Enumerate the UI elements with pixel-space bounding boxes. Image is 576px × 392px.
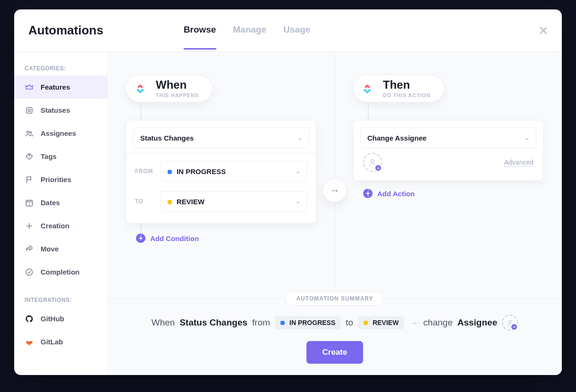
summary-assignee-word: Assignee [457,317,497,328]
trigger-select[interactable]: Status Changes ⌄ [133,127,309,148]
svg-point-9 [509,320,511,323]
sidebar-item-label: GitLab [41,338,63,346]
from-row: FROM IN PROGRESS ⌄ [133,156,309,186]
sidebar-item-tags[interactable]: Tags [14,145,107,168]
when-header-pill: When THIS HAPPENS [127,75,212,102]
gitlab-icon [25,337,34,347]
svg-point-8 [371,159,374,162]
arrow-right-icon: → [323,179,346,202]
add-condition-button[interactable]: + Add Condition [136,234,199,243]
flag-icon [25,175,34,184]
then-column: Then DO THIS ACTION Change Assignee ⌄ [335,52,562,298]
from-status-select[interactable]: IN PROGRESS ⌄ [161,161,307,182]
status-dot-icon [168,200,172,204]
svg-text:1: 1 [29,202,31,205]
chevron-down-icon: ⌄ [297,134,302,141]
summary-trigger: Status Changes [179,317,247,328]
clickup-logo-icon [358,80,376,98]
connector-line [368,189,369,200]
square-icon [25,106,34,115]
svg-rect-0 [26,108,32,113]
summary-assignee-placeholder[interactable]: + [502,315,518,331]
trigger-select-value: Status Changes [140,134,194,142]
sidebar-item-label: Priorities [41,175,71,183]
page-title: Automations [28,23,103,38]
add-action-button[interactable]: + Add Action [363,189,415,198]
sidebar-item-assignees[interactable]: Assignees [14,122,107,145]
sidebar-integrations-heading: INTEGRATIONS: [14,293,107,307]
github-icon [25,314,34,324]
tab-usage[interactable]: Usage [283,25,310,50]
when-title: When [156,79,199,91]
action-select-value: Change Assignee [367,134,426,142]
then-title: Then [383,79,431,91]
check-circle-icon [25,267,34,277]
status-dot-icon [280,321,285,325]
create-button[interactable]: Create [306,341,364,364]
sidebar-item-features[interactable]: Features [14,75,107,99]
sidebar-item-dates[interactable]: 1 Dates [14,191,107,214]
automations-modal: Automations Browse Manage Usage ✕ CATEGO… [14,9,562,375]
sidebar-item-completion[interactable]: Completion [14,260,107,284]
summary-from-status: IN PROGRESS [289,319,335,326]
action-select[interactable]: Change Assignee ⌄ [360,127,536,148]
sidebar-item-label: GitHub [41,315,64,323]
when-trigger-card: Status Changes ⌄ FROM IN PROGRESS ⌄ [127,121,316,223]
automation-builder: When THIS HAPPENS Status Changes ⌄ FROM [108,52,562,298]
sidebar-categories-heading: CATEGORIES: [14,61,107,75]
sidebar-item-gitlab[interactable]: GitLab [14,330,107,353]
summary-from-chip: IN PROGRESS [275,316,341,329]
clickup-logo-icon [131,80,149,98]
sidebar-item-move[interactable]: Move [14,237,107,260]
calendar-icon: 1 [25,198,34,208]
tab-manage[interactable]: Manage [233,25,267,50]
summary-heading: AUTOMATION SUMMARY [285,292,384,306]
sidebar-item-label: Tags [41,152,57,160]
sidebar-item-statuses[interactable]: Statuses [14,99,107,122]
tab-browse[interactable]: Browse [184,25,216,50]
assignee-placeholder-button[interactable]: + [363,153,382,172]
to-row: TO REVIEW ⌄ [133,186,309,217]
chevron-down-icon: ⌄ [296,198,300,205]
sidebar-item-label: Dates [41,199,60,207]
sidebar-item-priorities[interactable]: Priorities [14,168,107,191]
to-status-value: REVIEW [177,198,204,206]
to-label: TO [135,198,155,205]
sidebar-item-github[interactable]: GitHub [14,307,107,330]
add-condition-label: Add Condition [150,234,199,242]
svg-point-4 [29,154,30,155]
summary-to-status: REVIEW [373,319,398,326]
svg-point-7 [26,269,33,275]
modal-header: Automations Browse Manage Usage ✕ [14,9,562,52]
header-tabs: Browse Manage Usage [184,25,310,36]
add-action-label: Add Action [377,190,415,198]
to-status-select[interactable]: REVIEW ⌄ [161,191,307,212]
then-header-pill: Then DO THIS ACTION [354,75,444,102]
sidebar-item-label: Completion [41,268,80,276]
summary-to-chip: REVIEW [358,316,404,329]
plus-square-icon [25,221,34,231]
svg-rect-1 [28,109,31,111]
when-subtitle: THIS HAPPENS [156,92,199,98]
close-icon[interactable]: ✕ [538,24,549,38]
chevron-down-icon: ⌄ [296,168,300,175]
svg-point-2 [27,131,29,133]
sidebar-item-creation[interactable]: Creation [14,214,107,237]
when-column: When THIS HAPPENS Status Changes ⌄ FROM [108,52,335,298]
summary-change-word: change [423,317,452,328]
summary-to-word: to [346,317,353,328]
automation-canvas: When THIS HAPPENS Status Changes ⌄ FROM [108,52,562,375]
plus-badge-icon: + [510,323,518,331]
sidebar-item-label: Statuses [41,106,70,114]
sidebar-item-label: Assignees [41,129,76,137]
summary-when-word: When [152,317,175,328]
advanced-link[interactable]: Advanced [504,158,534,167]
status-dot-icon [168,170,172,174]
modal-body: CATEGORIES: Features Statuses Assignees … [14,52,562,375]
sidebar-item-label: Move [41,245,59,253]
sidebar-item-label: Features [41,83,70,91]
chevron-down-icon: ⌄ [525,134,529,141]
automation-summary: AUTOMATION SUMMARY When Status Changes f… [108,298,562,375]
then-action-card: Change Assignee ⌄ + Advanced [354,121,543,180]
then-subtitle: DO THIS ACTION [383,92,431,98]
